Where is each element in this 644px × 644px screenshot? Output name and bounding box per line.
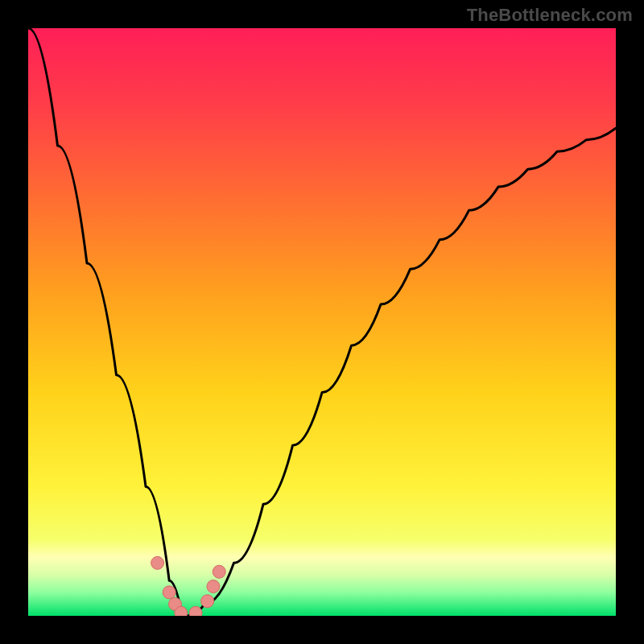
bottleneck-chart [28,28,616,616]
watermark-text: TheBottleneck.com [467,5,633,26]
marker-dot [213,565,225,578]
marker-dot [175,606,188,616]
marker-dot [189,606,202,616]
marker-dot [207,580,220,593]
marker-dot [163,586,175,599]
marker-dot [201,595,214,608]
plot-area [28,28,616,616]
marker-dot [151,556,164,569]
chart-frame: TheBottleneck.com [0,0,644,644]
gradient-background [28,28,616,616]
